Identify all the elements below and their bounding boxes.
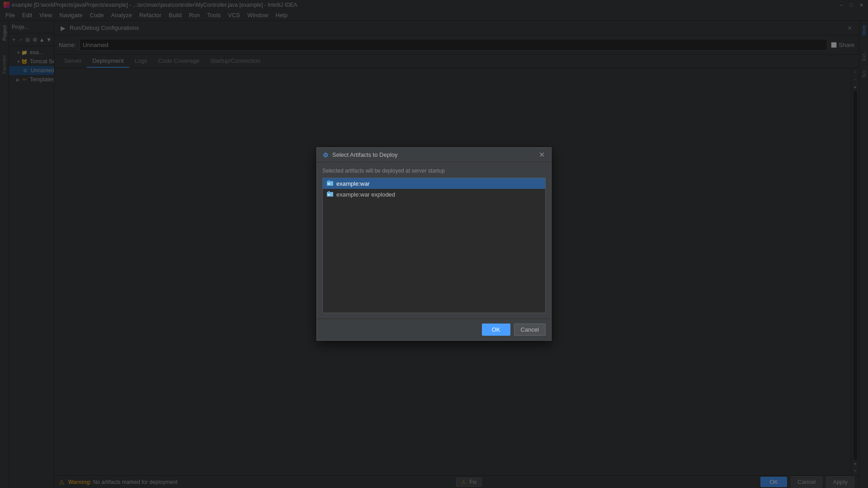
artifact-icon-war: W [326,180,334,187]
artifact-item-war-exploded[interactable]: W example:war exploded [323,189,545,200]
sa-title-bar: ⚙ Select Artifacts to Deploy ✕ [317,148,551,162]
svg-text:W: W [328,193,330,196]
artifact-label-war: example:war [336,180,370,187]
artifact-item-war[interactable]: W example:war [323,178,545,189]
svg-rect-1 [328,180,330,182]
sa-footer: OK Cancel [317,319,551,340]
svg-rect-4 [328,191,330,192]
sa-title-icon: ⚙ [321,151,330,159]
sa-close-button[interactable]: ✕ [537,150,547,160]
artifact-list: W example:war W example:war exploded [322,178,546,313]
sa-ok-button[interactable]: OK [482,324,510,336]
sa-subtitle: Selected artifacts will be deployed at s… [322,168,546,174]
select-artifacts-dialog: ⚙ Select Artifacts to Deploy ✕ Selected … [316,147,552,341]
artifact-label-war-exploded: example:war exploded [336,191,395,198]
artifact-icon-war-exploded: W [326,191,334,198]
svg-text:W: W [328,183,330,185]
sa-body: Selected artifacts will be deployed at s… [317,162,551,319]
modal-overlay: ⚙ Select Artifacts to Deploy ✕ Selected … [0,0,868,488]
sa-title-text: Select Artifacts to Deploy [332,151,537,158]
sa-cancel-button[interactable]: Cancel [514,324,546,336]
